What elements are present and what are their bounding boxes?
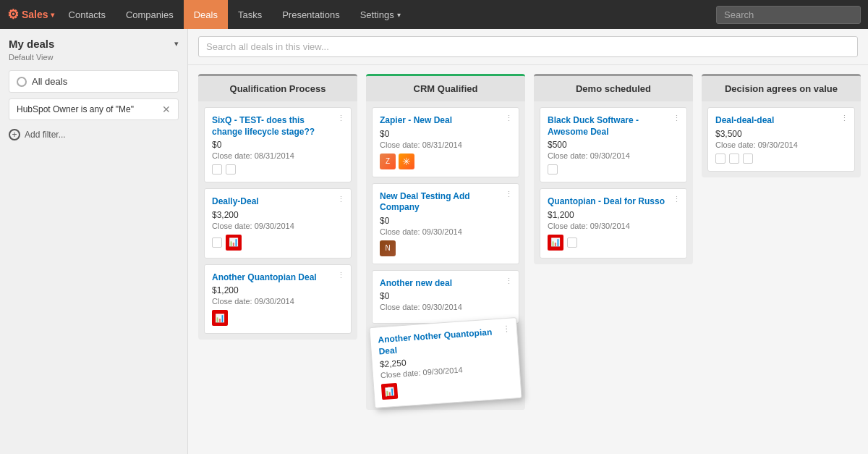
card-checkbox[interactable] [567, 237, 577, 248]
nav-items: Contacts Companies Deals Tasks Presentat… [59, 0, 716, 29]
deal-card[interactable]: ⋮ Black Duck Software - Awesome Deal $50… [540, 107, 687, 182]
card-menu-icon[interactable]: ⋮ [505, 190, 513, 199]
column-qualification: Qualification Process ⋮ SixQ - TEST- doe… [198, 74, 357, 340]
brand-caret: ▾ [51, 11, 54, 19]
card-menu-icon[interactable]: ⋮ [505, 277, 513, 286]
card-checkbox[interactable] [226, 164, 236, 175]
card-avatars: N [380, 240, 511, 256]
deal-name: Black Duck Software - Awesome Deal [548, 115, 679, 138]
deal-card[interactable]: ⋮ Quantopian - Deal for Russo $1,200 Clo… [540, 188, 687, 258]
column-header-decision: Decision agrees on value [702, 76, 861, 101]
deal-name: Another new deal [380, 278, 511, 290]
card-menu-icon[interactable]: ⋮ [503, 324, 511, 335]
card-checkbox[interactable] [743, 154, 753, 164]
deal-name: Another Quantopian Deal [212, 272, 344, 284]
column-header-demo: Demo scheduled [534, 76, 693, 101]
deal-close-date: Close date: 09/30/2014 [212, 222, 344, 230]
nav-deals[interactable]: Deals [184, 0, 228, 29]
deal-card[interactable]: ⋮ Another new deal $0 Close date: 09/30/… [372, 270, 519, 324]
deal-amount: $0 [380, 291, 511, 301]
sidebar-title: My deals [9, 38, 54, 50]
deal-card[interactable]: ⋮ Deally-Deal $3,200 Close date: 09/30/2… [204, 188, 352, 258]
sidebar-caret-icon: ▾ [174, 39, 179, 49]
deal-close-date: Close date: 09/30/2014 [548, 151, 679, 160]
avatar: ✳ [399, 154, 414, 169]
column-cards-crm: ⋮ Zapier - New Deal $0 Close date: 08/31… [366, 101, 525, 410]
sidebar-header: My deals ▾ [9, 38, 179, 50]
deal-amount: $0 [380, 216, 511, 226]
circle-icon [17, 77, 27, 87]
sidebar-subtitle: Default View [9, 53, 179, 62]
deal-card[interactable]: ⋮ Deal-deal-deal $3,500 Close date: 09/3… [707, 107, 855, 172]
deal-card[interactable]: ⋮ New Deal Testing Add Company $0 Close … [372, 183, 519, 264]
deal-close-date: Close date: 08/31/2014 [380, 140, 511, 149]
card-menu-icon[interactable]: ⋮ [673, 114, 681, 123]
chart-icon: 📊 [212, 310, 228, 326]
deal-close-date: Close date: 08/31/2014 [212, 151, 344, 160]
deal-amount: $3,200 [212, 210, 344, 220]
card-avatars: Z ✳ [380, 154, 511, 169]
top-nav: ⚙ Sales ▾ Contacts Companies Deals Tasks… [0, 0, 868, 29]
column-cards-qualification: ⋮ SixQ - TEST- does this change lifecycl… [198, 101, 357, 340]
card-bottom-row: 📊 [381, 375, 514, 400]
brand-logo[interactable]: ⚙ Sales ▾ [7, 7, 54, 22]
dragging-deal-card[interactable]: ⋮ Another Nother Quantopian Deal $2,250 … [369, 317, 522, 408]
avatar: Z [380, 154, 396, 169]
nav-tasks[interactable]: Tasks [228, 0, 272, 29]
deal-card[interactable]: ⋮ Zapier - New Deal $0 Close date: 08/31… [372, 107, 519, 177]
nav-settings[interactable]: Settings ▾ [350, 0, 411, 29]
board-search-bar [188, 29, 868, 65]
deal-close-date: Close date: 09/30/2014 [380, 303, 511, 311]
deal-name: Deal-deal-deal [715, 115, 847, 127]
column-header-crm: CRM Qualified [366, 76, 525, 101]
add-filter-label: Add filter... [25, 130, 66, 140]
board-area: Qualification Process ⋮ SixQ - TEST- doe… [188, 29, 868, 454]
chart-icon: 📊 [381, 383, 398, 400]
chart-icon: 📊 [226, 235, 242, 251]
deal-amount: $0 [212, 140, 344, 150]
deal-amount: $3,500 [715, 129, 847, 139]
card-menu-icon[interactable]: ⋮ [841, 114, 848, 123]
chart-icon: 📊 [548, 235, 563, 251]
deal-close-date: Close date: 09/30/2014 [548, 222, 679, 230]
card-checkbox[interactable] [212, 164, 222, 175]
nav-companies[interactable]: Companies [116, 0, 184, 29]
card-bottom-row: 📊 [212, 235, 344, 251]
deal-name: Quantopian - Deal for Russo [548, 196, 679, 208]
card-bottom-row: 📊 [548, 235, 679, 251]
add-filter-button[interactable]: + Add filter... [9, 126, 179, 143]
settings-caret-icon: ▾ [397, 11, 401, 19]
column-decision: Decision agrees on value ⋮ Deal-deal-dea… [702, 74, 861, 177]
avatar: N [380, 240, 396, 256]
card-checkbox[interactable] [548, 164, 558, 175]
column-cards-demo: ⋮ Black Duck Software - Awesome Deal $50… [534, 101, 693, 264]
board-search-input[interactable] [198, 36, 858, 57]
card-menu-icon[interactable]: ⋮ [337, 271, 345, 280]
card-checkbox[interactable] [715, 154, 726, 164]
all-deals-item[interactable]: All deals [9, 70, 179, 93]
nav-presentations[interactable]: Presentations [272, 0, 350, 29]
global-search-input[interactable] [716, 6, 861, 24]
hubspot-icon: ⚙ [7, 7, 19, 22]
deal-name: New Deal Testing Add Company [380, 191, 511, 214]
deal-card[interactable]: ⋮ Another Quantopian Deal $1,200 Close d… [204, 264, 352, 335]
board-columns: Qualification Process ⋮ SixQ - TEST- doe… [188, 65, 868, 454]
filter-label: HubSpot Owner is any of "Me" [17, 104, 134, 114]
deal-name: SixQ - TEST- does this change lifecycle … [212, 115, 344, 138]
card-menu-icon[interactable]: ⋮ [505, 114, 513, 123]
card-menu-icon[interactable]: ⋮ [337, 114, 345, 123]
card-menu-icon[interactable]: ⋮ [673, 195, 681, 204]
card-checkbox[interactable] [212, 237, 222, 248]
nav-contacts[interactable]: Contacts [59, 0, 116, 29]
filter-remove-button[interactable]: ✕ [162, 104, 171, 115]
deal-card[interactable]: ⋮ SixQ - TEST- does this change lifecycl… [204, 107, 352, 182]
deal-name: Zapier - New Deal [380, 115, 511, 127]
card-checkbox[interactable] [729, 154, 739, 164]
brand-label: Sales [22, 9, 48, 20]
column-demo: Demo scheduled ⋮ Black Duck Software - A… [534, 74, 693, 264]
all-deals-label: All deals [32, 76, 67, 87]
main-layout: My deals ▾ Default View All deals HubSpo… [0, 29, 868, 454]
card-menu-icon[interactable]: ⋮ [337, 195, 345, 204]
deal-amount: $500 [548, 140, 679, 150]
deal-amount: $0 [380, 129, 511, 139]
